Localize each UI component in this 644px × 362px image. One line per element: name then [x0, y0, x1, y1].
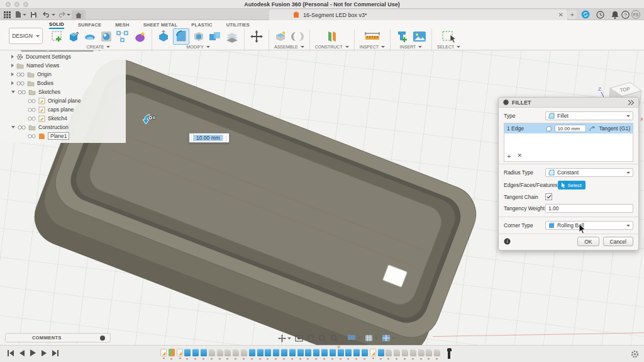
create-sketch-icon[interactable] — [50, 30, 64, 43]
tangency-weight-input[interactable]: 1.00 — [545, 204, 633, 213]
group-construct-label[interactable]: CONSTRUCT — [315, 45, 343, 49]
browser-row-document-settings[interactable]: Document Settings — [0, 52, 126, 61]
timeline-item-fillet[interactable] — [209, 349, 215, 356]
fillet-icon-active[interactable] — [173, 28, 189, 45]
shell-icon[interactable] — [192, 30, 205, 43]
new-component-icon[interactable] — [274, 30, 288, 43]
tab-mesh[interactable]: MESH — [115, 22, 129, 28]
timeline-item-extrude[interactable] — [353, 349, 360, 356]
zoom-icon[interactable] — [318, 334, 326, 342]
timeline-item-extrude[interactable] — [305, 349, 311, 356]
timeline-item-sketch[interactable] — [370, 349, 376, 356]
workspace-selector[interactable]: DESIGN — [9, 28, 43, 44]
browser-row-named-views[interactable]: Named Views — [0, 61, 126, 70]
group-modify-label[interactable]: MODIFY — [186, 45, 203, 49]
timeline-item-extrude[interactable] — [281, 349, 287, 356]
step-forward-button[interactable] — [42, 350, 47, 356]
cancel-button[interactable]: Cancel — [603, 237, 633, 246]
grid-settings-icon[interactable] — [365, 334, 378, 342]
timeline-item-fillet[interactable] — [426, 349, 432, 356]
timeline-item-sketch[interactable] — [160, 349, 167, 356]
type-dropdown[interactable]: Fillet — [545, 111, 633, 120]
joint-icon[interactable] — [291, 30, 304, 43]
dialog-header[interactable]: FILLET — [499, 98, 638, 108]
ok-button[interactable]: OK — [577, 237, 599, 246]
insert-derive-icon[interactable] — [396, 30, 409, 43]
browser-row-construction[interactable]: Construction — [0, 123, 126, 132]
tangent-chain-checkbox[interactable] — [545, 193, 552, 200]
notifications-bell-icon[interactable] — [611, 10, 619, 19]
dimension-value[interactable]: 10.00 mm — [194, 135, 223, 141]
timeline-item-fillet[interactable] — [225, 349, 231, 356]
select-icon[interactable] — [441, 30, 457, 43]
tab-surface[interactable]: SURFACE — [78, 22, 101, 28]
timeline-item-extrude[interactable] — [362, 349, 368, 356]
help-icon[interactable]: ? — [621, 10, 630, 19]
corner-type-dropdown[interactable]: Rolling Ball — [545, 221, 633, 230]
browser-row-bodies[interactable]: Bodies — [0, 79, 126, 88]
zoom-window-icon[interactable] — [330, 334, 343, 342]
save-icon[interactable] — [30, 10, 37, 19]
timeline-item-plane[interactable] — [169, 349, 175, 356]
browser-row-caps-plane[interactable]: caps plane — [0, 105, 126, 114]
edge-continuity[interactable]: Tangent (G1) — [599, 125, 630, 132]
timeline-item-extrude[interactable] — [273, 349, 279, 356]
combine-icon[interactable] — [208, 30, 222, 43]
group-assemble-label[interactable]: ASSEMBLE — [274, 45, 298, 49]
dimension-menu-icon[interactable]: ⋮ — [223, 135, 229, 141]
go-to-start-button[interactable] — [8, 350, 14, 356]
group-select-label[interactable]: SELECT — [437, 45, 454, 49]
move-icon[interactable] — [250, 30, 264, 43]
comments-bar[interactable]: COMMENTS — [5, 333, 111, 342]
visibility-eye-icon[interactable] — [28, 116, 36, 121]
timeline-item-extrude[interactable] — [297, 349, 304, 356]
timeline-item-fillet[interactable] — [402, 349, 408, 356]
home-tab[interactable] — [72, 10, 86, 20]
document-tab[interactable]: 16-Segment LED box v3* ✕ — [269, 9, 567, 20]
timeline-item-fillet[interactable] — [418, 349, 425, 356]
visibility-eye-icon[interactable] — [28, 99, 36, 103]
expand-dialog-icon[interactable] — [628, 100, 634, 105]
edge-radius-input[interactable]: 10.00 mm — [555, 125, 586, 132]
display-settings-icon[interactable] — [347, 334, 361, 342]
avatar[interactable]: FS — [631, 10, 640, 19]
timeline-item-sketch[interactable] — [177, 349, 183, 356]
construction-plane1-face[interactable] — [382, 265, 407, 288]
group-create-label[interactable]: CREATE — [87, 45, 104, 49]
info-icon[interactable]: i — [504, 238, 511, 245]
new-tab-button[interactable]: + — [568, 10, 577, 19]
play-button[interactable] — [30, 349, 36, 356]
timeline-item-extrude[interactable] — [338, 349, 344, 356]
browser-row-plane1[interactable]: Plane1 — [0, 132, 126, 140]
dimension-input[interactable]: 10.00 mm ⋮ — [189, 133, 230, 143]
file-menu-icon[interactable] — [15, 10, 26, 19]
tab-sheet-metal[interactable]: SHEET METAL — [143, 22, 178, 28]
zoom-window-button[interactable] — [23, 2, 28, 7]
fit-icon[interactable] — [295, 335, 303, 342]
timeline-item-extrude[interactable] — [192, 349, 199, 356]
timeline-item-fillet[interactable] — [233, 349, 239, 356]
timeline-item-fillet[interactable] — [394, 349, 400, 356]
go-to-end-button[interactable] — [52, 350, 58, 356]
timeline-settings-gear-icon[interactable] — [631, 350, 639, 358]
tab-utilities[interactable]: UTILITIES — [226, 22, 250, 28]
split-body-icon[interactable] — [225, 30, 239, 43]
fillet-manipulator-icon[interactable] — [142, 113, 156, 126]
browser-row-original-plane[interactable]: Original plane — [0, 96, 126, 105]
timeline-item-extrude[interactable] — [321, 349, 328, 356]
select-button[interactable]: Select — [558, 181, 586, 189]
minimize-window-button[interactable] — [14, 2, 19, 7]
sweep-icon[interactable] — [100, 30, 113, 43]
app-grid-icon[interactable] — [4, 10, 11, 19]
timeline-item-extrude[interactable] — [313, 349, 319, 356]
visibility-eye-icon[interactable] — [28, 108, 36, 112]
group-insert-label[interactable]: INSERT — [400, 45, 416, 49]
dimension-grip[interactable] — [189, 133, 194, 142]
construction-plane-icon[interactable] — [326, 30, 338, 43]
tab-plastic[interactable]: PLASTIC — [191, 22, 212, 28]
group-inspect-label[interactable]: INSPECT — [360, 45, 379, 49]
timeline-item-fillet[interactable] — [241, 349, 247, 356]
remove-selection-button[interactable]: ✕ — [517, 152, 522, 160]
visibility-eye-icon[interactable] — [16, 72, 25, 77]
timeline-item-fillet[interactable] — [217, 349, 223, 356]
